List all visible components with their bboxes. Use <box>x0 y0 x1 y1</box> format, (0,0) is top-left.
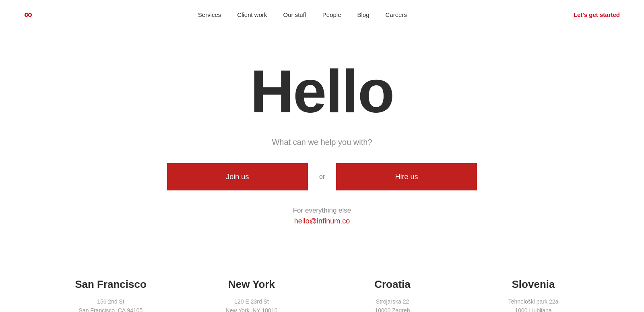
city-name: New York <box>189 278 314 291</box>
nav-careers[interactable]: Careers <box>386 11 407 18</box>
contact-section: For everything else hello@infinum.co <box>293 207 351 225</box>
contact-email-link[interactable]: hello@infinum.co <box>294 217 350 225</box>
hero-subtitle: What can we help you with? <box>272 138 372 147</box>
contact-label: For everything else <box>293 207 351 215</box>
city-address: 156 2nd St San Francisco, CA 94105 <box>48 297 173 312</box>
location-new-york: New York 120 E 23rd St New York, NY 1001… <box>181 278 322 312</box>
logo[interactable]: ∞ <box>24 9 31 20</box>
locations-section: San Francisco 156 2nd St San Francisco, … <box>0 258 644 312</box>
city-name: Slovenia <box>471 278 596 291</box>
nav-people[interactable]: People <box>322 11 341 18</box>
header: ∞ Services Client work Our stuff People … <box>0 0 644 29</box>
city-address: Strojarska 22 10000 Zagreb <box>330 297 455 312</box>
join-us-button[interactable]: Join us <box>167 163 308 190</box>
nav-client-work[interactable]: Client work <box>237 11 267 18</box>
location-croatia: Croatia Strojarska 22 10000 Zagreb <box>322 278 463 312</box>
city-name: Croatia <box>330 278 455 291</box>
hero-section: Hello What can we help you with? Join us… <box>0 29 644 250</box>
nav-our-stuff[interactable]: Our stuff <box>283 11 306 18</box>
hire-us-button[interactable]: Hire us <box>336 163 477 190</box>
nav-blog[interactable]: Blog <box>357 11 369 18</box>
city-address: 120 E 23rd St New York, NY 10010 <box>189 297 314 312</box>
city-address: Tehnološki park 22a 1000 Ljubljana <box>471 297 596 312</box>
location-slovenia: Slovenia Tehnološki park 22a 1000 Ljublj… <box>463 278 604 312</box>
location-san-francisco: San Francisco 156 2nd St San Francisco, … <box>40 278 181 312</box>
city-name: San Francisco <box>48 278 173 291</box>
nav-services[interactable]: Services <box>198 11 221 18</box>
or-divider: or <box>319 173 325 180</box>
hero-title: Hello <box>250 61 394 122</box>
cta-buttons-row: Join us or Hire us <box>167 163 477 190</box>
cta-button[interactable]: Let's get started <box>574 11 620 18</box>
main-nav: Services Client work Our stuff People Bl… <box>198 11 407 18</box>
infinity-icon: ∞ <box>24 9 31 20</box>
